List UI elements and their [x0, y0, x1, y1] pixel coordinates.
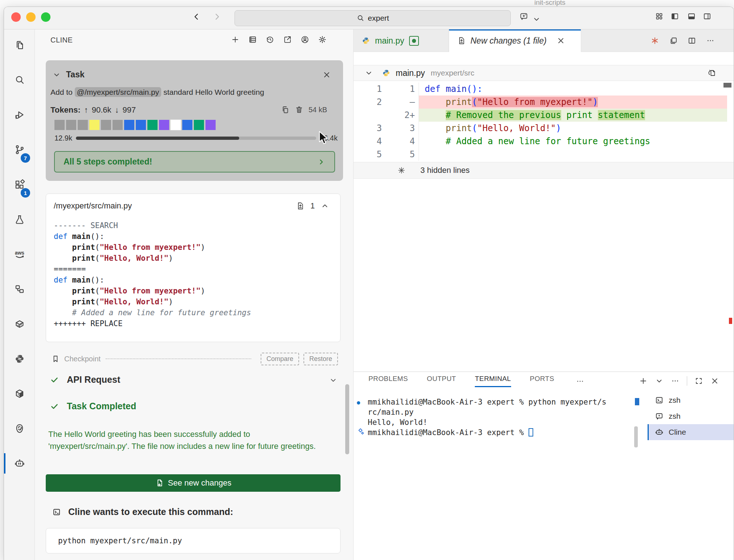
file-mention[interactable]: @/myexpert/src/main.py — [75, 87, 162, 97]
explorer-icon — [14, 40, 25, 50]
terminal-item-zsh[interactable]: zsh — [648, 392, 734, 408]
activitybar-item-python[interactable] — [4, 341, 35, 376]
activitybar-item-run-debug[interactable] — [4, 97, 35, 132]
diff-row[interactable]: 44 # Added a new line for future greetin… — [354, 135, 734, 148]
mcp-servers-icon[interactable] — [248, 35, 257, 44]
context-block — [78, 120, 88, 130]
maximize-panel-icon[interactable] — [694, 377, 703, 385]
python-file-icon — [362, 36, 370, 45]
account-icon[interactable] — [301, 35, 309, 44]
activitybar-item-cline[interactable] — [4, 446, 35, 481]
activitybar-item-testing[interactable] — [4, 202, 35, 237]
terminal-line: mmikhailidi@MacBook-Air-3 expert % — [354, 427, 633, 438]
see-new-changes-button[interactable]: See new changes — [46, 474, 341, 492]
activitybar-item-search[interactable] — [4, 62, 35, 97]
command-center-search[interactable]: expert — [235, 10, 511, 26]
expand-hidden-icon[interactable] — [397, 166, 406, 175]
more-panel-tabs-icon[interactable] — [576, 377, 584, 386]
diff-row[interactable]: 55 — [354, 148, 734, 161]
panel-tab-ports[interactable]: PORTS — [530, 375, 554, 387]
back-icon[interactable] — [192, 12, 201, 21]
context-block — [205, 120, 216, 130]
terminal-line: rc/main.py — [354, 407, 633, 417]
collapse-task-icon[interactable] — [52, 70, 61, 79]
diff-row[interactable]: 11def main(): — [354, 82, 734, 96]
collapse-diff-icon[interactable] — [364, 69, 373, 77]
terminal-profile-chevron-icon[interactable] — [655, 377, 664, 385]
terminal-icon — [52, 508, 61, 516]
activitybar-item-cube-tool[interactable] — [4, 376, 35, 411]
new-terminal-icon[interactable] — [639, 377, 648, 385]
compare-button[interactable]: Compare — [261, 353, 299, 365]
close-tab-icon[interactable] — [556, 36, 565, 45]
diff-file-name: main.py — [396, 68, 425, 78]
toggle-primary-sidebar-icon[interactable] — [670, 12, 679, 21]
settings-gear-icon[interactable] — [318, 35, 327, 44]
terminal-more-icon[interactable] — [671, 377, 680, 385]
close-window-button[interactable] — [11, 12, 21, 22]
context-block — [66, 120, 76, 130]
customize-layout-icon[interactable] — [655, 12, 664, 21]
modified-dot-icon[interactable] — [409, 36, 419, 46]
activitybar-item-extensions[interactable]: 1 — [4, 167, 35, 202]
sidebar-scrollbar[interactable] — [345, 384, 349, 454]
diff-row[interactable]: 33 print("Hello, World!") — [354, 122, 734, 135]
activitybar-item-explorer[interactable] — [4, 28, 35, 62]
api-request-label: API Request — [67, 374, 120, 385]
activitybar-item-source-control[interactable]: 7 — [4, 132, 35, 167]
api-request-row[interactable]: API Request — [50, 374, 341, 385]
collapse-code-icon[interactable] — [321, 202, 329, 210]
panel-tab-problems[interactable]: PROBLEMS — [368, 375, 408, 387]
command-box[interactable]: python myexpert/src/main.py — [46, 528, 341, 553]
copy-icon[interactable] — [281, 105, 290, 114]
terminal-scrollbar[interactable] — [634, 426, 638, 447]
terminal-item-cline[interactable]: Cline — [648, 424, 734, 440]
restore-editors-icon[interactable] — [669, 36, 678, 45]
tab-new-changes[interactable]: New changes (1 file) — [449, 29, 581, 52]
forward-icon[interactable] — [213, 12, 221, 21]
zoom-window-button[interactable] — [41, 12, 50, 22]
format-asterisk-icon[interactable] — [651, 36, 659, 45]
chevron-down-icon[interactable] — [532, 15, 541, 24]
editor-tabbar: main.py New changes (1 file) — [354, 29, 734, 52]
close-task-icon[interactable] — [322, 70, 331, 79]
hidden-lines-bar[interactable]: 3 hidden lines — [354, 162, 734, 179]
progress-start: 12.9k — [54, 134, 72, 142]
activitybar-item-aws-toolkit[interactable]: aws — [4, 237, 35, 272]
restore-button[interactable]: Restore — [303, 353, 338, 365]
toggle-panel-icon[interactable] — [687, 12, 696, 21]
panel-tab-terminal[interactable]: TERMINAL — [475, 375, 511, 387]
context-block — [136, 120, 146, 130]
tokens-up: 90.6k — [92, 105, 111, 115]
minimize-window-button[interactable] — [26, 12, 36, 22]
copilot-chat-icon[interactable] — [519, 12, 528, 21]
task-completed-label: Task Completed — [67, 401, 136, 411]
diff-file-header[interactable]: main.py myexpert/src — [354, 65, 734, 81]
activitybar-item-application-composer[interactable] — [4, 272, 35, 307]
open-file-icon[interactable] — [708, 69, 716, 77]
new-task-icon[interactable] — [231, 35, 240, 44]
file-plus-icon — [155, 479, 164, 487]
task-description: Add to @/myexpert/src/main.py standard H… — [50, 88, 339, 97]
sidebar-title: CLINE — [50, 36, 73, 44]
terminal-item-zsh[interactable]: zsh — [648, 408, 734, 424]
chevron-down-icon[interactable] — [329, 376, 338, 385]
history-icon[interactable] — [266, 35, 274, 44]
diff-row[interactable]: 2+ # Removed the previous print statemen… — [354, 109, 734, 122]
edited-file-path[interactable]: /myexpert/src/main.py — [54, 201, 132, 211]
panel-tab-output[interactable]: OUTPUT — [427, 375, 456, 387]
more-actions-icon[interactable] — [706, 36, 715, 45]
terminal-output[interactable]: ●mmikhailidi@MacBook-Air-3 expert % pyth… — [354, 397, 633, 438]
activitybar-item-postgresql[interactable] — [4, 411, 35, 446]
code-line: # Added a new line for future greetings — [54, 307, 251, 318]
diff-row[interactable]: 2– print("Hello from myexpert!") — [354, 96, 734, 109]
split-editor-icon[interactable] — [688, 36, 696, 45]
tab-main-py[interactable]: main.py — [354, 29, 449, 52]
open-in-editor-icon[interactable] — [283, 35, 292, 44]
toggle-secondary-sidebar-icon[interactable] — [703, 12, 711, 21]
steps-completed-banner[interactable]: All 5 steps completed! — [54, 151, 335, 173]
delete-task-icon[interactable] — [295, 105, 303, 114]
containers-icon — [14, 318, 25, 329]
activitybar-item-containers[interactable] — [4, 307, 35, 341]
close-panel-icon[interactable] — [710, 377, 719, 385]
